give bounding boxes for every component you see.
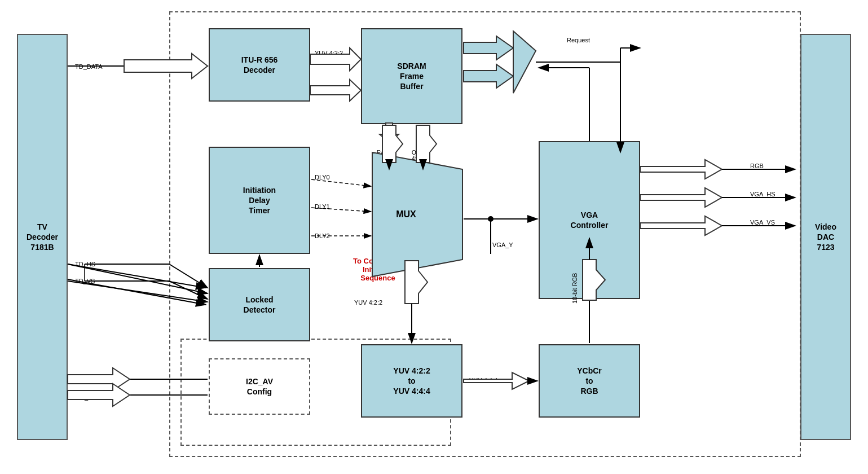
vga-vs-label: VGA_VS (750, 219, 775, 226)
svg-line-59 (169, 264, 208, 288)
td-data-label: TD_DATA (75, 63, 103, 70)
itu-decoder-label: ITU-R 656 Decoder (241, 55, 278, 75)
vga-hs-label: VGA_HS (750, 191, 776, 198)
rgb-label: RGB (750, 163, 764, 169)
video-dac-block: Video DAC 7123 (800, 34, 851, 440)
mux-text-svg: MUX (396, 209, 416, 219)
data-valid-label: Data Valid (315, 86, 343, 93)
odd-label: Odd (478, 45, 490, 52)
vga-controller-label: VGA Controller (571, 210, 609, 230)
td-vs-label: TD_VS (75, 278, 95, 284)
dly0-label: DLY0 (315, 174, 330, 181)
svg-marker-11 (513, 31, 536, 93)
ten-bit-rgb-label: 10-bit RGB (571, 273, 578, 304)
locked-detector-label: Locked Detector (244, 295, 276, 315)
ycbcr-rgb-block: YCbCr to RGB (539, 344, 640, 418)
sdram-label: SDRAM Frame Buffer (397, 61, 426, 92)
control-sequence-label: To Control theInitiationSequence (338, 257, 417, 282)
init-delay-block: Initiation Delay Timer (209, 147, 310, 254)
locked-detector-block: Locked Detector (209, 268, 310, 341)
ycbcr-rgb-label: YCbCr to RGB (577, 366, 602, 397)
svg-marker-41 (640, 188, 722, 207)
even-422-label: Even4:2:2 (377, 150, 390, 162)
tv-decoder-label: TV Decoder 7181B (27, 222, 58, 253)
tv-decoder-block: TV Decoder 7181B (17, 34, 68, 440)
diagram-container: TV Decoder 7181B Video DAC 7123 ITU-R 65… (0, 0, 868, 474)
svg-point-36 (488, 216, 494, 222)
yuv444-label: YUV 4:4:4 (469, 377, 497, 384)
yuv422-mux-out-label: YUV 4:2:2 (354, 299, 382, 306)
init-delay-label: Initiation Delay Timer (243, 185, 276, 216)
yuv-converter-label: YUV 4:2:2 to YUV 4:4:4 (393, 366, 430, 397)
yuv-converter-block: YUV 4:2:2 to YUV 4:4:4 (361, 344, 462, 418)
td-hs-label: TD_HS (75, 261, 95, 267)
itu-decoder-block: ITU-R 656 Decoder (209, 28, 310, 102)
i2c-config-label: I2C_AV Config (246, 376, 273, 397)
odd-422-label: Odd4:2:2 (412, 150, 424, 162)
request-label: Request (567, 37, 590, 43)
vga-y-label: VGA_Y (492, 242, 513, 248)
i2c-sclk-label: I2C_SCLK (75, 377, 104, 384)
svg-marker-19 (380, 123, 399, 142)
even-label: Even (478, 73, 492, 80)
svg-marker-39 (640, 160, 722, 179)
vga-controller-block: VGA Controller (539, 141, 640, 299)
dly1-label: DLY1 (315, 203, 330, 210)
i2c-sdat-label: I2C_SDAT (75, 394, 104, 401)
video-dac-label: Video DAC 7123 (815, 222, 836, 253)
yuv422-label: YUV 4:2:2 (315, 50, 343, 56)
svg-marker-4 (124, 54, 208, 78)
sdram-buffer-block: SDRAM Frame Buffer (361, 28, 462, 124)
svg-line-60 (169, 281, 208, 299)
dly2-label: DLY2 (315, 232, 330, 239)
svg-marker-43 (640, 216, 722, 235)
i2c-config-block: I2C_AV Config (209, 358, 310, 415)
